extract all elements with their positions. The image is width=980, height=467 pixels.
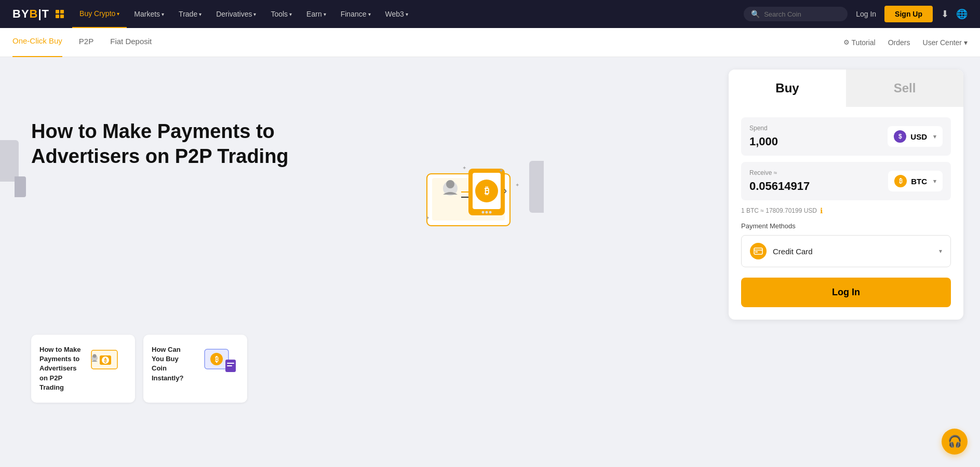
currency-to-label: BTC [911,177,927,186]
svg-text:₿: ₿ [215,355,219,363]
svg-rect-27 [227,363,234,364]
currency-to-selector[interactable]: ₿ BTC ▾ [888,171,943,191]
support-button[interactable]: 🎧 [942,429,968,455]
buy-sell-widget: Buy Sell Spend 1,000 $ USD ▾ [729,70,963,320]
logo-text: BYB|T [12,7,49,21]
chevron-down-icon: ▾ [324,11,326,17]
svg-point-11 [486,211,488,214]
bottom-cards: How to Make Payments to Advertisers on P… [31,335,689,403]
main-content: ₿ › ✦ ✦ ✦ ✦ How to [0,57,980,467]
chevron-down-icon: ▾ [964,38,968,47]
payment-methods-label: Payment Methods [741,222,951,230]
buy-sell-body: Spend 1,000 $ USD ▾ Receive ≈ 0.05614917 [729,107,963,320]
receive-value: 0.05614917 [749,180,810,193]
user-center-link[interactable]: User Center ▾ [923,38,968,47]
sub-nav-items: One-Click Buy P2P Fiat Deposit [12,28,843,57]
svg-rect-29 [754,248,762,254]
chevron-down-icon: ▾ [162,11,164,17]
buy-tab[interactable]: Buy [729,70,846,107]
nav-icon-group: ⬇ 🌐 [941,8,968,20]
tab-one-click-buy[interactable]: One-Click Buy [12,28,62,57]
signup-button[interactable]: Sign Up [884,6,933,22]
exchange-rate: 1 BTC ≈ 17809.70199 USD ℹ [741,207,951,215]
sub-navbar: One-Click Buy P2P Fiat Deposit ⚙ Tutoria… [0,28,980,57]
hero-illustration: ₿ › ✦ ✦ ✦ ✦ [414,140,533,233]
chevron-down-icon: ▾ [933,178,936,185]
login-button[interactable]: Log In [741,278,951,307]
card-title-buy-coin: How Can You Buy Coin Instantly? [152,345,194,383]
tutorial-link[interactable]: ⚙ Tutorial [843,38,876,47]
svg-text:₿: ₿ [485,186,489,196]
rate-info-icon[interactable]: ℹ [820,207,823,215]
svg-rect-31 [755,252,758,253]
nav-item-buy-crypto[interactable]: Buy Crypto ▾ [72,0,127,28]
svg-text:✦: ✦ [499,167,504,174]
hero-text-block: How to Make Payments to Advertisers on P… [31,119,301,169]
credit-card-icon [750,243,767,259]
nav-item-markets[interactable]: Markets ▾ [127,0,171,28]
card-image-p2p: ₿ [89,345,127,376]
card-p2p[interactable]: How to Make Payments to Advertisers on P… [31,335,135,403]
search-bar: 🔍 [744,7,848,21]
buy-sell-tabs: Buy Sell [729,70,963,107]
spend-field-group: Spend 1,000 $ USD ▾ [741,117,951,156]
currency-from-label: USD [910,132,927,141]
nav-item-derivatives[interactable]: Derivatives ▾ [209,0,263,28]
hero-title: How to Make Payments to Advertisers on P… [31,119,301,169]
payment-method-value: Credit Card [773,247,933,256]
svg-text:✦: ✦ [515,182,519,188]
left-section: ₿ › ✦ ✦ ✦ ✦ How to [0,57,720,467]
svg-point-9 [446,180,454,188]
svg-text:✦: ✦ [462,165,466,171]
sub-nav-right: ⚙ Tutorial Orders User Center ▾ [843,38,968,47]
chevron-down-icon: ▾ [253,11,256,17]
login-link[interactable]: Log In [856,10,876,18]
svg-rect-28 [227,365,232,366]
currency-from-selector[interactable]: $ USD ▾ [888,126,943,147]
orders-link[interactable]: Orders [888,38,910,47]
receive-label: Receive ≈ [749,169,810,176]
svg-point-10 [482,211,485,214]
chevron-down-icon: ▾ [199,11,202,17]
receive-field-group: Receive ≈ 0.05614917 ₿ BTC ▾ [741,162,951,200]
svg-point-12 [489,211,492,214]
gear-icon: ⚙ [843,38,850,46]
chevron-down-icon: ▾ [939,248,942,255]
chevron-down-icon: ▾ [117,11,119,17]
nav-menu: Buy Crypto ▾ Markets ▾ Trade ▾ Derivativ… [72,0,735,28]
chevron-down-icon: ▾ [368,11,371,17]
btc-icon: ₿ [894,175,907,187]
right-panel: Buy Sell Spend 1,000 $ USD ▾ [720,57,980,467]
card-image-buy-coin: ₿ [202,345,239,376]
svg-text:✦: ✦ [426,215,430,221]
card-title-p2p: How to Make Payments to Advertisers on P… [39,345,82,392]
nav-item-finance[interactable]: Finance ▾ [333,0,378,28]
nav-right: Log In Sign Up ⬇ 🌐 [856,6,968,22]
search-input[interactable] [764,10,837,18]
nav-item-web3[interactable]: Web3 ▾ [378,0,415,28]
language-icon[interactable]: 🌐 [956,8,968,20]
navbar: BYB|T Buy Crypto ▾ Markets ▾ Trade ▾ Der… [0,0,980,28]
chevron-down-icon: ▾ [406,11,408,17]
chevron-down-icon: ▾ [933,133,936,140]
spend-value[interactable]: 1,000 [749,135,778,148]
usd-icon: $ [894,130,906,143]
search-icon: 🔍 [751,10,760,18]
tab-p2p[interactable]: P2P [79,28,93,57]
headphone-icon: 🎧 [948,435,962,448]
download-icon[interactable]: ⬇ [941,8,949,20]
nav-item-earn[interactable]: Earn ▾ [299,0,333,28]
sell-tab[interactable]: Sell [846,70,963,107]
chevron-down-icon: ▾ [289,11,292,17]
deco-block-left-2 [15,176,26,197]
svg-text:›: › [504,185,507,196]
card-buy-coin[interactable]: How Can You Buy Coin Instantly? ₿ [143,335,247,403]
nav-item-trade[interactable]: Trade ▾ [171,0,209,28]
spend-field-left: Spend 1,000 [749,125,778,148]
receive-field-left: Receive ≈ 0.05614917 [749,169,810,193]
deco-block-left [0,140,19,182]
payment-method-selector[interactable]: Credit Card ▾ [741,235,951,267]
logo[interactable]: BYB|T [12,7,64,21]
nav-item-tools[interactable]: Tools ▾ [263,0,299,28]
tab-fiat-deposit[interactable]: Fiat Deposit [110,28,152,57]
